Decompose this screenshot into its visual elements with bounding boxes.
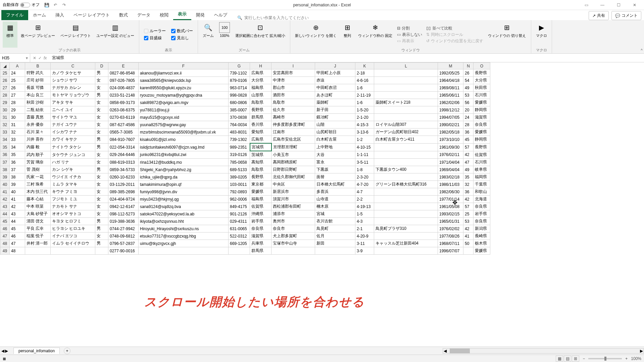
cell[interactable] — [374, 188, 438, 196]
cell[interactable]: 大分県 — [250, 77, 271, 84]
cell[interactable] — [374, 92, 438, 99]
row-header[interactable]: 30 — [0, 106, 10, 114]
cell[interactable]: 兵庫県 — [250, 240, 271, 247]
cell[interactable]: 山階 — [315, 121, 355, 128]
cell[interactable] — [374, 196, 438, 203]
cell[interactable]: 衣川古館 — [315, 218, 355, 225]
cell[interactable]: 370-0838 — [229, 114, 250, 121]
cell[interactable]: 女 — [95, 77, 108, 84]
share-button[interactable]: ↗共有 — [589, 11, 609, 20]
cell[interactable]: 岩手県 — [250, 218, 271, 225]
sheet-tab[interactable]: personal_infomation — [13, 348, 60, 354]
cell[interactable]: 0859-34-5733 — [108, 166, 139, 173]
cell[interactable]: 佐賀県 — [474, 151, 490, 159]
cell[interactable]: yui78811@ixuj.ji — [139, 106, 229, 114]
sheet-next-icon[interactable]: ▶ — [5, 349, 8, 353]
cell[interactable]: ナイトウ タケシ — [51, 143, 95, 151]
tab-view[interactable]: 表示 — [173, 9, 191, 20]
cell[interactable]: 1982/05/18 — [438, 128, 463, 136]
cell[interactable]: グリーン日本橋大伝馬町316 — [374, 181, 438, 188]
cell[interactable]: 北佐久郡御代田町 — [271, 173, 315, 181]
cell[interactable]: 50 — [463, 240, 474, 247]
cell[interactable]: 45 — [10, 225, 25, 232]
cell[interactable]: 36 — [10, 159, 25, 166]
cell[interactable]: 井村 清一郎 — [25, 240, 51, 247]
cell[interactable]: 三村 珠希 — [25, 181, 51, 188]
cell[interactable] — [374, 247, 438, 255]
cell[interactable]: 1977/01/14 — [438, 196, 463, 203]
cell[interactable]: 高知県 — [250, 159, 271, 166]
cell[interactable]: 024-404-9724 — [108, 196, 139, 203]
cell[interactable]: 1994/07/05 — [438, 114, 463, 121]
cancel-icon[interactable]: ✕ — [33, 56, 36, 60]
cell[interactable]: 薬師町スイート218 — [374, 99, 438, 106]
cell[interactable]: 山尻町朝日 — [315, 128, 355, 136]
cell[interactable]: 秋田 沙樹 — [25, 99, 51, 106]
cell[interactable]: 下黒坂 — [315, 166, 355, 173]
cell[interactable]: 089-385-2698 — [108, 188, 139, 196]
cell[interactable]: 4-20-9 — [355, 232, 374, 240]
cell[interactable]: 犬上郡多賀町 — [271, 232, 315, 240]
cell[interactable]: 鳥取県 — [250, 166, 271, 173]
cell[interactable]: 永井 優奈 — [25, 121, 51, 128]
cell[interactable]: 女 — [95, 232, 108, 240]
cell[interactable] — [374, 69, 438, 77]
cell[interactable]: 3-5-11 — [355, 159, 374, 166]
cell[interactable]: 4-15-3 — [355, 121, 374, 128]
col-header-J[interactable]: J — [315, 63, 355, 69]
cell[interactable]: 2-1-20 — [355, 114, 374, 121]
cell[interactable]: 山形県 — [250, 92, 271, 99]
cell[interactable]: 中本 咲菜 — [25, 203, 51, 210]
ruler-checkbox[interactable]: ルーラー — [144, 28, 166, 34]
cell[interactable]: 氏家 一花 — [25, 173, 51, 181]
row-header[interactable]: 48 — [0, 240, 10, 247]
cell[interactable]: 宮城 — [315, 210, 355, 218]
cell[interactable]: 愛媛県 — [474, 128, 490, 136]
cell[interactable]: 木内 扶三代 — [25, 188, 51, 196]
autosave-toggle[interactable]: 自動保存 オフ — [3, 2, 40, 8]
cell[interactable]: 東京都 — [250, 181, 271, 188]
cell[interactable]: 赤迫 — [315, 77, 355, 84]
cell[interactable]: 薬師町 — [315, 99, 355, 106]
cell[interactable]: 0748-09-6812 — [108, 232, 139, 240]
cell[interactable]: 長崎県 — [474, 232, 490, 240]
cell[interactable]: yuuna82575@wgrww.gay — [139, 121, 229, 128]
pagebreak-button[interactable]: ⊞改ページ プレビュー — [19, 21, 57, 48]
cell[interactable]: 長野県 — [474, 143, 490, 151]
cell[interactable]: 1-5 — [355, 210, 374, 218]
row-header[interactable]: 26 — [0, 77, 10, 84]
cell[interactable]: 0942-12-6147 — [108, 203, 139, 210]
cell[interactable]: 33 — [10, 136, 25, 144]
sidebyside-button[interactable]: ▯▯並べて比較 — [426, 25, 483, 31]
cell[interactable]: ウジイエ イチカ — [51, 173, 95, 181]
col-header-G[interactable]: G — [229, 63, 250, 69]
cell[interactable]: ヒラヨシ ヒロユキ — [51, 225, 95, 232]
cell[interactable]: 1965/06/11 — [438, 92, 463, 99]
col-header-E[interactable]: E — [108, 63, 139, 69]
row-header[interactable]: 34 — [0, 136, 10, 144]
cell[interactable]: 高岡郡檮原町 — [271, 159, 315, 166]
cell[interactable]: キウチ フミヨ — [51, 188, 95, 196]
cell[interactable]: 42 — [463, 225, 474, 232]
cell[interactable] — [374, 173, 438, 181]
cell[interactable]: 鳥取県 — [250, 99, 271, 106]
cell[interactable]: 764-0034 — [229, 121, 250, 128]
cell[interactable] — [374, 143, 438, 151]
cell[interactable]: Shigeki_Kan@ryahjvbhvz.zg — [139, 166, 229, 173]
add-sheet-button[interactable]: + — [64, 348, 70, 354]
cell[interactable]: 29 — [10, 106, 25, 114]
cell[interactable]: Hiroyuki_Hirayoshi@sxrkuszu.ns — [139, 225, 229, 232]
row-header[interactable]: 32 — [0, 121, 10, 128]
col-header-C[interactable]: C — [51, 63, 95, 69]
cell[interactable]: 川井 喜作 — [25, 136, 51, 144]
cell[interactable]: 佐月 — [315, 232, 355, 240]
ribbon-options-icon[interactable]: ▭ — [580, 0, 593, 10]
cell[interactable]: 4-10-15 — [355, 143, 374, 151]
cell[interactable]: 宝塚市中山寺 — [271, 240, 315, 247]
cell[interactable] — [463, 247, 474, 255]
cell[interactable]: 女 — [95, 196, 108, 203]
cell[interactable]: 女 — [95, 106, 108, 114]
cell[interactable] — [139, 247, 229, 255]
cell[interactable]: 35 — [463, 173, 474, 181]
cell[interactable]: 48 — [10, 247, 25, 255]
